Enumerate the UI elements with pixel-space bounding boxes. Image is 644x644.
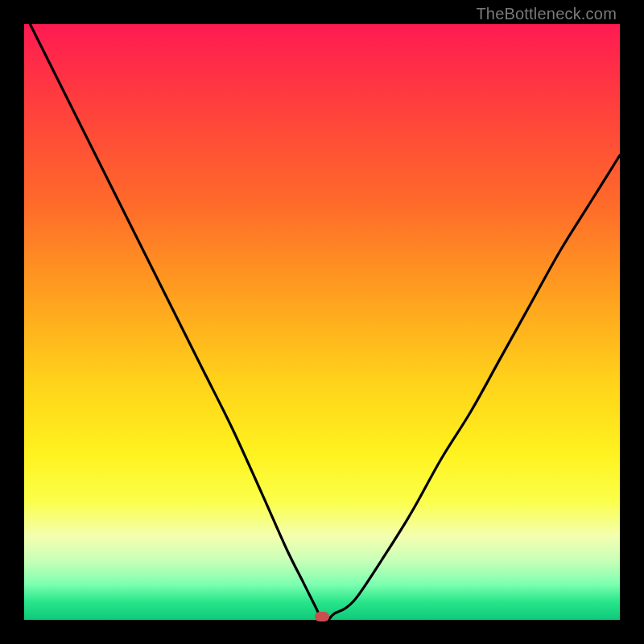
optimal-point-marker [315,612,329,621]
bottleneck-curve [24,24,620,620]
chart-frame: TheBottleneck.com [0,0,644,644]
plot-area [24,24,620,620]
watermark-text: TheBottleneck.com [476,5,617,23]
